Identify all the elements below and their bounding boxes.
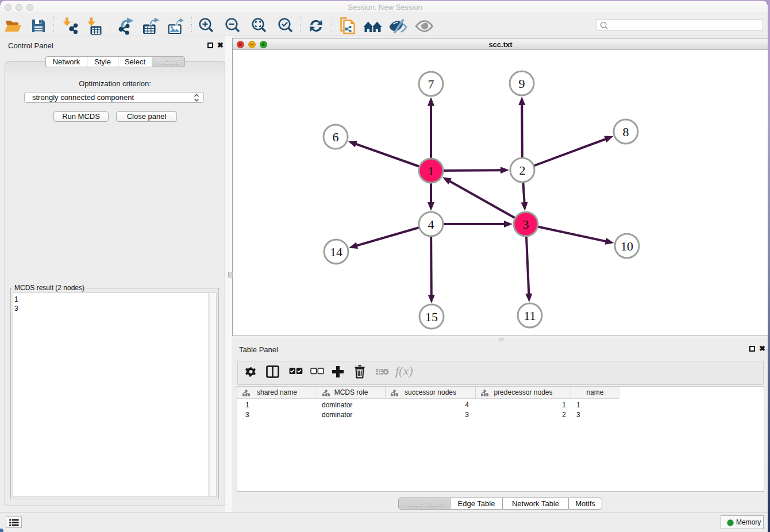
svg-text:11: 11 (523, 309, 536, 323)
svg-text:2: 2 (519, 163, 526, 178)
svg-text:9: 9 (519, 76, 525, 91)
svg-text:6: 6 (333, 130, 339, 144)
svg-text:15: 15 (425, 310, 438, 324)
svg-text:4: 4 (428, 217, 434, 232)
svg-text:7: 7 (428, 77, 434, 91)
svg-text:8: 8 (623, 125, 629, 139)
svg-text:3: 3 (523, 217, 529, 232)
svg-text:10: 10 (621, 239, 633, 253)
svg-text:14: 14 (330, 245, 342, 259)
svg-text:1: 1 (428, 164, 434, 178)
